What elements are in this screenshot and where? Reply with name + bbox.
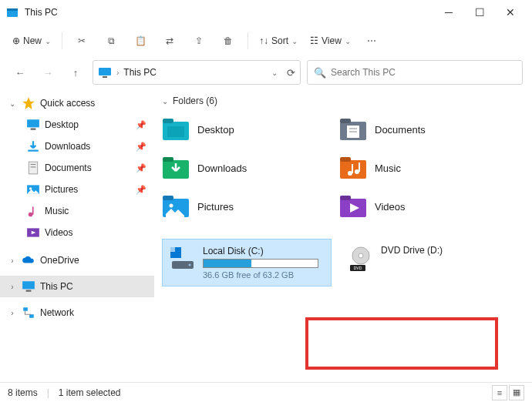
chevron-down-icon: ⌄ [162,97,168,106]
cut-button[interactable]: ✂ [69,29,95,52]
paste-button[interactable]: 📋 [127,29,153,52]
sidebar-item-label: OneDrive [40,255,79,266]
videos-folder-icon [339,194,367,219]
chevron-right-icon[interactable]: › [8,256,17,265]
new-button[interactable]: ⊕ New ⌄ [8,29,56,52]
svg-point-13 [29,213,33,217]
view-icon: ☷ [310,35,318,46]
svg-rect-5 [27,119,39,127]
sidebar-item-desktop[interactable]: Desktop 📌 [0,114,154,136]
sidebar-item-network[interactable]: › Network [0,302,154,323]
up-button[interactable]: ↑ [65,62,86,83]
chevron-right-icon[interactable]: › [8,283,17,291]
address-bar[interactable]: › This PC ⌄ ⟳ [93,60,301,85]
back-button[interactable]: ← [9,62,31,83]
status-items: 8 items [8,387,38,398]
folder-desktop[interactable]: Desktop [162,112,332,146]
refresh-button[interactable]: ⟳ [287,67,295,79]
content-pane: ⌄ Folders (6) Desktop Documents Download… [154,88,532,380]
rename-icon: ⇄ [166,35,173,46]
search-box[interactable]: 🔍 [307,60,523,85]
folder-documents[interactable]: Documents [339,112,509,146]
sort-icon: ↑↓ [259,35,268,46]
minimize-button[interactable]: ─ [433,2,464,23]
svg-rect-17 [22,281,35,289]
view-icons-button[interactable]: ▦ [509,385,524,400]
svg-point-46 [189,264,191,266]
sidebar-item-label: Pictures [45,184,78,195]
share-button[interactable]: ⇪ [186,29,212,52]
sidebar-item-label: Desktop [45,119,79,130]
chevron-down-icon[interactable]: ⌄ [271,69,278,77]
chevron-right-icon: › [116,69,119,77]
documents-folder-icon [339,117,367,142]
toolbar: ⊕ New ⌄ ✂ ⧉ 📋 ⇄ ⇪ 🗑 ↑↓ Sort ⌄ ☷ View ⌄ ⋯ [0,25,532,57]
folder-music[interactable]: Music [339,151,509,185]
sidebar-item-onedrive[interactable]: › OneDrive [0,250,154,271]
folder-label: Documents [375,124,426,136]
chevron-down-icon: ⌄ [345,37,351,45]
pin-icon: 📌 [136,163,146,173]
sidebar-item-label: Downloads [45,141,90,152]
sidebar-item-music[interactable]: Music [0,200,154,222]
cloud-icon [22,254,35,266]
svg-rect-25 [340,119,351,123]
copy-button[interactable]: ⧉ [98,29,124,52]
svg-rect-2 [99,68,111,75]
svg-point-39 [170,204,173,208]
maximize-button[interactable]: ☐ [464,2,495,23]
group-header-folders[interactable]: ⌄ Folders (6) [162,95,524,106]
sidebar-item-documents[interactable]: Documents 📌 [0,157,154,179]
paste-icon: 📋 [135,35,146,46]
sort-button[interactable]: ↑↓ Sort ⌄ [254,29,302,52]
sidebar-item-thispc[interactable]: › This PC [0,276,154,297]
sidebar-item-label: Videos [45,227,72,238]
sidebar: ⌄ Quick access Desktop 📌 Downloads 📌 Doc… [0,88,154,380]
more-button[interactable]: ⋯ [359,29,385,52]
toolbar-separator [247,32,248,49]
view-details-button[interactable]: ≡ [492,385,507,400]
drive-dvd-d[interactable]: DVD DVD Drive (D:) [341,239,510,286]
search-input[interactable] [331,67,516,78]
pin-icon: 📌 [136,142,146,152]
drive-local-c[interactable]: Local Disk (C:) 36.6 GB free of 63.2 GB [162,239,332,286]
sidebar-item-label: Documents [45,162,92,173]
sidebar-item-label: Network [40,307,74,318]
chevron-right-icon[interactable]: › [8,309,17,317]
folder-label: Downloads [197,162,247,174]
status-selected: 1 item selected [59,387,121,398]
sidebar-item-pictures[interactable]: Pictures 📌 [0,179,154,200]
folder-downloads[interactable]: Downloads [162,151,332,185]
drive-usage-bar [203,259,318,268]
pin-icon: 📌 [136,185,146,195]
sidebar-item-downloads[interactable]: Downloads 📌 [0,136,154,157]
dvd-icon: DVD [347,245,375,273]
chevron-down-icon[interactable]: ⌄ [8,99,17,108]
sidebar-item-quickaccess[interactable]: ⌄ Quick access [0,92,154,114]
svg-rect-23 [167,126,184,137]
drive-label: Local Disk (C:) [203,246,318,256]
pictures-icon [26,183,40,196]
rename-button[interactable]: ⇄ [157,29,183,52]
svg-rect-8 [29,162,37,174]
music-folder-icon [339,156,367,180]
pc-icon [22,280,35,293]
videos-icon [26,226,40,239]
sidebar-item-videos[interactable]: Videos [0,222,154,243]
folder-videos[interactable]: Videos [339,189,509,223]
navigation-row: ← → ↑ › This PC ⌄ ⟳ 🔍 [0,57,532,88]
close-button[interactable]: ✕ [495,2,526,23]
svg-rect-38 [163,196,173,200]
svg-rect-18 [26,290,32,292]
svg-rect-14 [32,206,34,214]
svg-rect-44 [170,247,175,252]
folder-pictures[interactable]: Pictures [162,189,332,223]
forward-button[interactable]: → [37,62,59,83]
folder-label: Music [375,162,401,174]
documents-icon [26,162,40,174]
chevron-down-icon: ⌄ [45,37,51,45]
sidebar-item-label: Quick access [40,98,95,109]
delete-button[interactable]: 🗑 [215,29,241,52]
svg-point-12 [29,187,32,189]
view-button[interactable]: ☷ View ⌄ [305,29,355,52]
